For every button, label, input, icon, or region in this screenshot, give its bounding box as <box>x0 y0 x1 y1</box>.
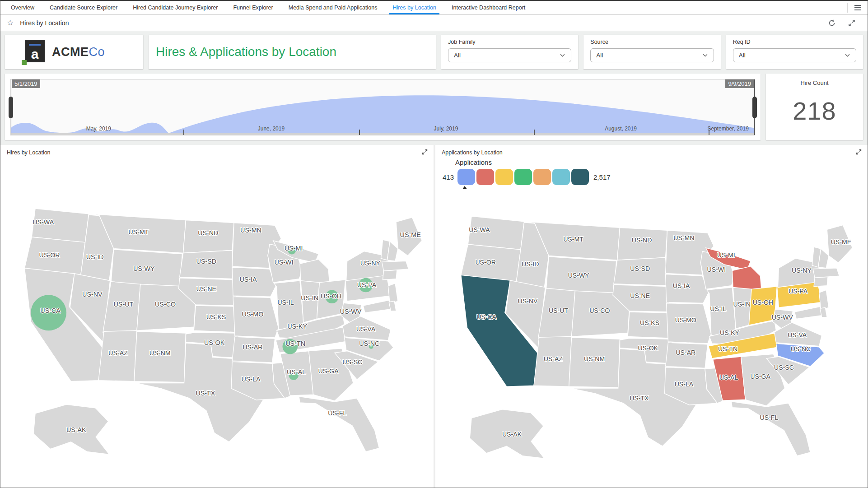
map-state-label: US-OR <box>39 251 60 259</box>
map-state-label: US-TN <box>285 340 305 347</box>
legend-swatch <box>495 169 513 185</box>
source-dropdown[interactable]: All <box>590 48 714 62</box>
month-tick <box>183 130 184 135</box>
dropdown-value: All <box>739 52 845 59</box>
refresh-icon[interactable] <box>828 19 836 27</box>
legend-swatch <box>533 169 551 185</box>
map-state-label: US-WI <box>707 266 726 273</box>
map-state-label: US-NY <box>360 260 381 267</box>
state-US-NJ[interactable] <box>819 290 829 310</box>
map-state-label: US-GA <box>318 367 339 375</box>
state-US-MD[interactable] <box>794 307 821 319</box>
axis-month-label: June, 2019 <box>258 125 285 132</box>
req-id-dropdown[interactable]: All <box>733 48 856 62</box>
state-US-MA[interactable] <box>813 268 839 278</box>
tab-media-spend-and-paid-applications[interactable]: Media Spend and Paid Applications <box>281 1 385 14</box>
hires-by-location-panel: Hires by Location US-WAUS-ORUS-CAUS-IDUS… <box>0 145 435 488</box>
job-family-dropdown[interactable]: All <box>448 48 571 62</box>
map-state-label: US-ND <box>198 229 218 237</box>
map-state-label: US-NM <box>584 355 605 363</box>
map-state-label: US-MI <box>717 251 735 259</box>
tab-hires-by-location[interactable]: Hires by Location <box>385 1 444 14</box>
map-state-label: US-MT <box>128 228 149 236</box>
state-US-MA[interactable] <box>382 261 409 271</box>
menu-hamburger-icon[interactable] <box>848 1 868 14</box>
dashboard-window: OverviewCandidate Source ExplorerHired C… <box>0 0 868 488</box>
state-US-NJ[interactable] <box>388 284 398 304</box>
month-tick <box>709 130 709 135</box>
map-state-label: US-AZ <box>108 349 128 357</box>
slider-end-handle[interactable] <box>752 97 757 118</box>
legend-strip: 413 2,517 <box>443 169 611 185</box>
axis-month-label: July, 2019 <box>434 125 458 132</box>
map-state-label: US-AL <box>719 374 738 381</box>
state-US-MD[interactable] <box>363 300 391 313</box>
filter-card-job-family: Job FamilyAll <box>441 35 578 69</box>
kpi-value: 218 <box>766 96 863 125</box>
legend-swatches <box>457 169 589 185</box>
legend-marker-icon <box>462 186 467 189</box>
tab-strip: OverviewCandidate Source ExplorerHired C… <box>3 1 533 14</box>
time-slider-card: May, 2019June, 2019July, 2019August, 201… <box>5 74 761 140</box>
map-state-label: US-UT <box>549 307 568 314</box>
title-card: Hires & Applications by Location <box>149 35 436 69</box>
map-state-label: US-VA <box>788 331 807 339</box>
hires-bubble-map: US-WAUS-ORUS-CAUS-IDUS-MTUS-WYUS-NVUS-UT… <box>4 188 432 486</box>
map-state-label: US-ID <box>86 253 104 260</box>
state-US-FL[interactable] <box>731 401 810 456</box>
map-state-label: US-IA <box>673 282 690 289</box>
tab-overview[interactable]: Overview <box>3 1 42 14</box>
axis-month-label: September, 2019 <box>707 125 748 132</box>
filters-host: Job FamilyAllSourceAllReq IDAll <box>441 35 863 69</box>
tab-funnel-explorer[interactable]: Funnel Explorer <box>225 1 280 14</box>
map-state-label: US-IN <box>733 301 751 308</box>
legend-swatch <box>552 169 570 185</box>
map-state-label: US-OH <box>753 299 773 306</box>
map-state-label: US-WV <box>340 308 362 315</box>
map-state-label: US-MN <box>673 234 694 242</box>
chevron-down-icon <box>845 52 850 58</box>
acme-logo: a <box>20 39 46 65</box>
applications-choropleth-map: US-WAUS-ORUS-CAUS-IDUS-MTUS-WYUS-NVUS-UT… <box>441 198 862 487</box>
toolbar: ☆ Hires by Location <box>0 15 868 31</box>
map-state-label: US-OK <box>638 344 658 352</box>
hires-panel-expand-icon[interactable] <box>421 149 428 155</box>
tab-hired-candidate-journey-explorer[interactable]: Hired Candidate Journey Explorer <box>125 1 225 14</box>
filter-card-req-id: Req IDAll <box>726 35 863 69</box>
map-state-label: US-AK <box>502 431 522 438</box>
axis-month-label: August, 2019 <box>605 125 637 132</box>
map-state-label: US-AL <box>287 368 306 376</box>
map-state-label: US-IL <box>277 299 294 306</box>
map-state-label: US-CO <box>589 307 610 314</box>
map-state-label: US-WY <box>568 272 590 279</box>
hire-count-card: Hire Count 218 <box>766 74 863 140</box>
tab-candidate-source-explorer[interactable]: Candidate Source Explorer <box>42 1 125 14</box>
legend-min-value: 413 <box>443 173 454 181</box>
map-state-label: US-ME <box>831 238 851 246</box>
time-slider-track[interactable]: May, 2019June, 2019July, 2019August, 201… <box>10 79 755 135</box>
fullscreen-expand-icon[interactable] <box>848 19 856 27</box>
maps-row: Hires by Location US-WAUS-ORUS-CAUS-IDUS… <box>0 145 868 488</box>
map-state-label: US-IL <box>710 305 726 312</box>
tab-interactive-dashboard-report[interactable]: Interactive Dashboard Report <box>444 1 533 14</box>
state-US-CT[interactable] <box>383 270 397 280</box>
map-state-label: US-CA <box>476 313 496 321</box>
map-state-label: US-GA <box>750 373 770 380</box>
map-state-label: US-NM <box>149 349 171 357</box>
applications-panel-expand-icon[interactable] <box>855 149 862 155</box>
map-state-label: US-AZ <box>544 355 563 363</box>
map-state-label: US-NC <box>359 340 379 347</box>
favorite-star-icon[interactable]: ☆ <box>7 19 14 27</box>
slider-start-handle[interactable] <box>9 97 13 118</box>
state-US-FL[interactable] <box>299 396 379 451</box>
map-state-label: US-OK <box>204 339 225 346</box>
map-state-label: US-NE <box>630 292 650 299</box>
month-tick <box>359 130 360 135</box>
month-tick <box>534 130 535 135</box>
state-US-CT[interactable] <box>814 277 828 286</box>
filter-label: Source <box>590 39 714 45</box>
map-state-label: US-MO <box>242 311 264 318</box>
slider-start-date-badge: 5/1/2019 <box>12 79 40 88</box>
map-state-label: US-PA <box>789 288 808 295</box>
brand-name-light: Co <box>89 45 105 59</box>
